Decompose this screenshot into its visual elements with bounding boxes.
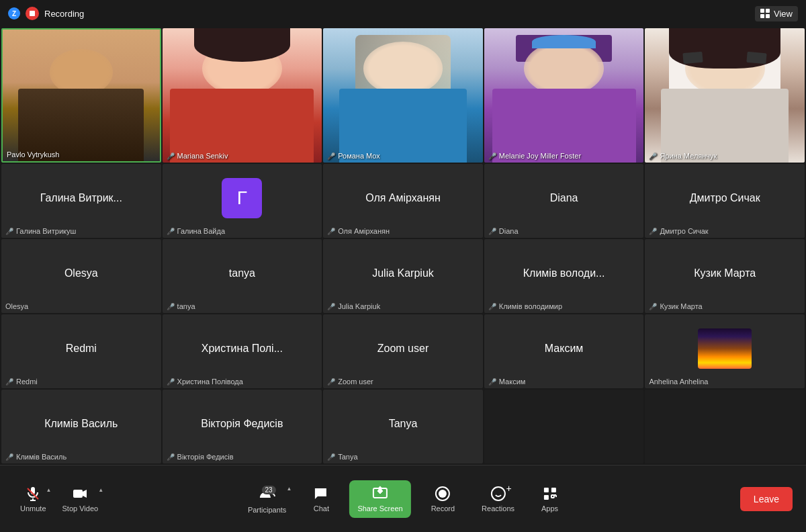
- participant-display-julia: Julia Karpiuk: [367, 267, 439, 279]
- mute-icon-dmytro: 🎤: [649, 228, 657, 235]
- participant-tile-halyna-v: Г 🎤 Галина Вайда: [163, 164, 322, 238]
- tile-name-pavlo: Pavlo Vytrykush: [7, 150, 59, 159]
- participant-name-tanya2: Tanya: [338, 453, 357, 461]
- participant-display-maksym: Максим: [539, 343, 589, 355]
- participant-label-dmytro: 🎤 Дмитро Сичак: [649, 227, 708, 235]
- video-feed-yaryna: [645, 28, 805, 163]
- unmute-button[interactable]: Unmute ▲: [13, 482, 53, 517]
- video-feed-romana: [323, 28, 483, 163]
- participant-name-dmytro: Дмитро Сичак: [660, 227, 708, 235]
- video-feed-pavlo: [3, 30, 160, 161]
- mute-icon-melanie: 🎤: [488, 152, 496, 160]
- leave-button[interactable]: Leave: [740, 487, 793, 511]
- plus-icon: +: [506, 483, 511, 494]
- stop-video-label: Stop Video: [62, 504, 99, 513]
- participant-display-zoom-user: Zoom user: [372, 343, 434, 355]
- participant-display-klimov-v: Климів володи...: [518, 267, 611, 279]
- participant-label-tanya2: 🎤 Tanya: [327, 453, 357, 461]
- mute-icon-klimov-v: 🎤: [488, 303, 496, 310]
- apps-button[interactable]: Apps: [535, 482, 565, 517]
- mute-icon-klimov-b: 🎤: [5, 453, 13, 461]
- participant-label-klimov-v: 🎤 Климів володимир: [488, 302, 562, 310]
- participant-label-halyna: 🎤 Галина Витрикуш: [5, 227, 76, 235]
- participant-display-kuzyk: Кузик Марта: [688, 267, 761, 279]
- reactions-icon-wrapper: +: [490, 486, 506, 502]
- participants-count-badge: 23: [262, 486, 276, 494]
- participant-label-olesya: Olesya: [5, 302, 28, 310]
- participants-icon-wrapper: 23: [259, 484, 276, 503]
- participant-tile-tanya2: Tanya 🎤 Tanya: [323, 390, 483, 463]
- mute-icon-tanya: 🎤: [167, 303, 175, 310]
- mute-icon-yaryna: 🎤: [649, 152, 657, 160]
- share-screen-icon: [372, 486, 388, 502]
- top-bar: Z Recording View: [0, 0, 806, 27]
- stop-video-chevron: ▲: [98, 487, 103, 493]
- participants-grid: Галина Витрик... 🎤 Галина Витрикуш Г 🎤 Г…: [1, 164, 805, 463]
- mute-icon-zoom-user: 🎤: [327, 378, 335, 386]
- participant-tile-klimov-v: Климів володи... 🎤 Климів володимир: [484, 239, 644, 313]
- video-tile-melanie: 🎤 Melanie Joy Miller Foster: [484, 28, 644, 163]
- video-tile-yaryna: 🎤 Ярина Мелянчук: [645, 28, 805, 163]
- chat-icon: [313, 486, 329, 502]
- tile-name-romana: 🎤 Романа Мох: [327, 152, 380, 160]
- share-screen-label: Share Screen: [357, 504, 402, 513]
- participant-tile-empty-1: [484, 390, 644, 463]
- participant-label-zoom-user: 🎤 Zoom user: [327, 378, 373, 386]
- mute-icon-maksym: 🎤: [488, 378, 496, 386]
- participant-tile-halyna: Галина Витрик... 🎤 Галина Витрикуш: [1, 164, 161, 238]
- participant-label-olya: 🎤 Оля Амірханян: [327, 227, 390, 235]
- live-video-row: Pavlo Vytrykush 🎤 Mariana Senkiv 🎤: [1, 28, 805, 163]
- sunset-image: [698, 328, 752, 369]
- share-screen-button[interactable]: Share Screen: [349, 480, 410, 518]
- participant-tile-anhelina: Anhelina Anhelina: [645, 314, 805, 388]
- avatar-halyna-v: Г: [222, 178, 262, 218]
- participant-display-tanya2: Tanya: [384, 418, 423, 430]
- participant-tile-viktoria: Вікторія Федисів 🎤 Вікторія Федисів: [163, 390, 322, 463]
- svg-point-10: [439, 490, 447, 498]
- video-feed-mariana: [163, 28, 322, 163]
- mute-icon-viktoria: 🎤: [167, 453, 175, 461]
- participant-name-maksym: Максим: [499, 378, 526, 386]
- participant-label-khrystyna: 🎤 Христина Полівода: [167, 378, 243, 386]
- mic-icon-wrapper: [25, 486, 41, 502]
- recording-label: Recording: [44, 9, 84, 19]
- participant-label-diana: 🎤 Diana: [488, 227, 519, 235]
- participant-tile-olesya: Olesya Olesya: [1, 239, 161, 313]
- toolbar-left: Unmute ▲ Stop Video ▲: [13, 482, 105, 517]
- mute-icon-tanya2: 🎤: [327, 453, 335, 461]
- participants-label: Participants: [248, 506, 286, 514]
- video-area: Pavlo Vytrykush 🎤 Mariana Senkiv 🎤: [0, 27, 806, 465]
- video-icon-wrapper: [72, 486, 88, 502]
- mute-icon-kuzyk: 🎤: [649, 303, 657, 310]
- video-icon: [72, 486, 88, 502]
- tile-name-melanie: 🎤 Melanie Joy Miller Foster: [488, 152, 581, 160]
- photo-anhelina: [698, 328, 752, 369]
- chat-button[interactable]: Chat: [306, 482, 336, 517]
- participant-label-maksym: 🎤 Максим: [488, 378, 526, 386]
- melanie-name-label: Melanie Joy Miller Foster: [499, 152, 581, 160]
- participant-display-halyna: Галина Витрик...: [35, 192, 128, 204]
- view-button[interactable]: View: [755, 6, 798, 21]
- record-label: Record: [431, 504, 455, 513]
- participant-label-anhelina: Anhelina Anhelina: [649, 378, 708, 386]
- toolbar-center: 23 Participants ▲ Chat Share Screen: [241, 480, 565, 518]
- participants-button[interactable]: 23 Participants ▲: [241, 480, 293, 518]
- participant-display-redmi: Redmi: [60, 343, 102, 355]
- zoom-logo: Z: [8, 7, 20, 19]
- video-tile-pavlo: Pavlo Vytrykush: [1, 28, 161, 163]
- record-icon: [435, 486, 451, 502]
- participant-tile-redmi: Redmi 🎤 Redmi: [1, 314, 161, 388]
- participant-name-julia: Julia Karpiuk: [338, 302, 380, 310]
- stop-video-button[interactable]: Stop Video ▲: [56, 482, 105, 517]
- participant-display-dmytro: Дмитро Сичак: [684, 192, 766, 204]
- participant-name-klimov-b: Климів Василь: [16, 453, 66, 461]
- participant-tile-maksym: Максим 🎤 Максим: [484, 314, 644, 388]
- record-button[interactable]: Record: [424, 482, 461, 517]
- grid-icon: [760, 9, 770, 18]
- reactions-button[interactable]: + Reactions: [475, 482, 521, 517]
- svg-rect-15: [544, 488, 549, 492]
- participant-display-klimov-b: Климів Василь: [39, 418, 123, 430]
- participant-display-viktoria: Вікторія Федисів: [195, 418, 288, 430]
- participant-name-olya: Оля Амірханян: [338, 227, 390, 235]
- participant-tile-kuzyk: Кузик Марта 🎤 Кузик Марта: [645, 239, 805, 313]
